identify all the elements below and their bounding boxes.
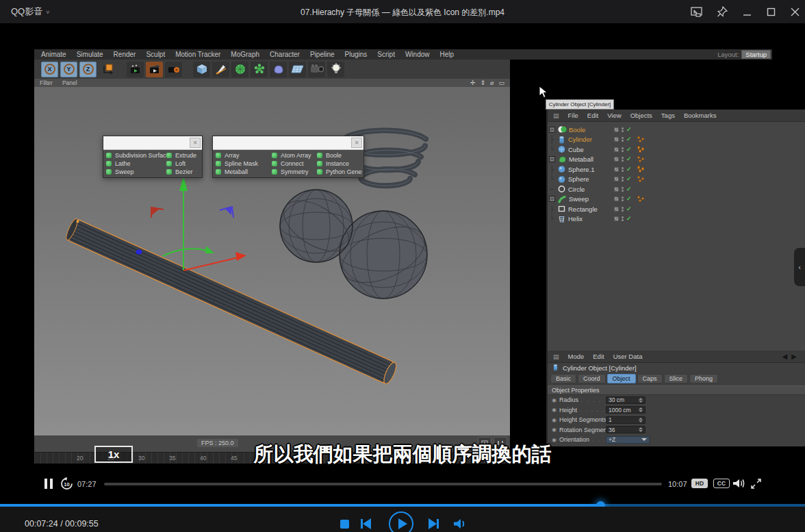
app-menu-button[interactable]: QQ影音˅ (11, 5, 50, 18)
history-forward-icon[interactable]: ▶ (791, 353, 801, 360)
tree-row-rectangle[interactable]: ├ Rectangle ✓ (548, 204, 805, 214)
height-input[interactable]: 1000 cm (606, 406, 646, 414)
tab-coord[interactable]: Coord (578, 374, 606, 383)
enabled-check-icon[interactable]: ✓ (626, 196, 632, 202)
palette-item[interactable]: Extrude (166, 152, 201, 159)
c4d-menu-item[interactable]: Script (377, 51, 395, 58)
tab-caps[interactable]: Caps (637, 374, 663, 383)
collapse-icon[interactable]: − (549, 156, 555, 162)
enabled-check-icon[interactable]: ✓ (626, 127, 632, 133)
layer-chip[interactable] (614, 167, 619, 172)
visibility-dots[interactable] (622, 197, 624, 201)
pause-icon[interactable] (44, 479, 53, 489)
key-circle-icon[interactable]: ◉ (552, 427, 557, 433)
enabled-check-icon[interactable]: ✓ (626, 206, 632, 212)
deformer-tool-icon[interactable] (270, 62, 287, 77)
palette-item[interactable]: Sweep (106, 168, 166, 175)
palette-item[interactable]: Boole (317, 152, 362, 159)
c4d-menu-item[interactable]: Character (270, 51, 300, 58)
radius-input[interactable]: 30 cm (606, 396, 646, 404)
tree-row-metaball[interactable]: − Metaball ✓ (548, 155, 805, 164)
palette-item[interactable]: Metaball (216, 168, 272, 175)
replay-10-icon[interactable]: 10 (60, 477, 74, 494)
render-active-icon[interactable] (146, 62, 163, 77)
layer-chip[interactable] (614, 216, 619, 221)
palette-titlebar[interactable]: ✕ (103, 136, 202, 150)
visibility-dots[interactable] (622, 207, 624, 212)
tag-icons[interactable] (637, 176, 647, 183)
am-menu-edit[interactable]: Edit (593, 353, 604, 360)
enabled-check-icon[interactable]: ✓ (626, 136, 632, 142)
om-menu-tags[interactable]: Tags (661, 112, 675, 119)
c4d-menu-item[interactable]: Plugins (345, 51, 368, 58)
tab-object[interactable]: Object (607, 374, 636, 383)
layer-chip[interactable] (614, 197, 619, 201)
palette-item[interactable]: Spline Mask (216, 160, 272, 167)
om-menu-edit[interactable]: Edit (587, 112, 598, 119)
visibility-dots[interactable] (622, 177, 624, 181)
pen-tool-icon[interactable] (212, 62, 229, 77)
layer-chip[interactable] (614, 147, 619, 152)
visibility-dots[interactable] (622, 187, 624, 192)
subdivision-surface-tool-icon[interactable] (231, 62, 248, 77)
viewport-menu-filter[interactable]: Filter (40, 79, 53, 86)
enabled-check-icon[interactable]: ✓ (626, 176, 632, 182)
pin-icon[interactable] (717, 6, 728, 17)
palette-titlebar[interactable]: ✕ (213, 136, 363, 150)
c4d-menu-item[interactable]: Window (405, 51, 430, 58)
am-menu-userdata[interactable]: User Data (613, 353, 643, 360)
volume-icon[interactable] (453, 518, 468, 532)
history-back-icon[interactable]: ◀ (782, 353, 792, 360)
visibility-dots[interactable] (622, 127, 624, 132)
playlist-toggle-tab[interactable]: ‹ (794, 248, 805, 286)
enabled-check-icon[interactable]: ✓ (626, 166, 632, 173)
tree-row-helix[interactable]: └ Helix ✓ (548, 214, 805, 224)
tree-row-sphere1[interactable]: ├ Sphere.1 ✓ (548, 164, 805, 174)
floor-grid-tool-icon[interactable] (289, 62, 306, 77)
palette-item[interactable]: Loft (166, 160, 201, 167)
visibility-dots[interactable] (622, 157, 624, 162)
visibility-dots[interactable] (622, 216, 624, 221)
c4d-menu-item[interactable]: Pipeline (310, 51, 335, 58)
enabled-check-icon[interactable]: ✓ (626, 216, 632, 222)
palette-item[interactable]: Symmetry (272, 168, 317, 175)
mograph-tool-icon[interactable] (251, 62, 268, 77)
c4d-menu-item[interactable]: Render (114, 51, 136, 58)
close-icon[interactable]: ✕ (351, 138, 362, 148)
om-menu-file[interactable]: File (568, 112, 578, 119)
panel-menu-icon[interactable]: ▤ (553, 353, 559, 360)
palette-item[interactable]: Lathe (106, 160, 166, 167)
layer-chip[interactable] (614, 207, 619, 212)
key-circle-icon[interactable]: ◉ (552, 397, 557, 403)
palette-item[interactable]: Python Generator (317, 168, 362, 175)
layer-chip[interactable] (614, 137, 619, 142)
close-icon[interactable] (791, 8, 800, 16)
render-view-icon[interactable] (127, 62, 144, 77)
maximize-icon[interactable] (767, 8, 776, 16)
cc-badge[interactable]: CC (713, 479, 730, 488)
enabled-check-icon[interactable]: ✓ (626, 156, 632, 162)
palette-item[interactable]: Bezier (166, 168, 201, 175)
tab-basic[interactable]: Basic (550, 374, 576, 383)
palette-item[interactable]: Instance (317, 160, 362, 167)
viewport-pan-icon[interactable]: ✛ (470, 79, 476, 86)
minimize-icon[interactable] (743, 8, 752, 16)
tag-icons[interactable] (637, 196, 647, 203)
layer-chip[interactable] (614, 187, 619, 192)
tree-row-circle[interactable]: ─ Circle ✓ (548, 184, 805, 194)
collapse-icon[interactable]: − (549, 196, 555, 202)
stop-button[interactable] (340, 520, 349, 529)
am-menu-mode[interactable]: Mode (568, 353, 585, 360)
tag-icons[interactable] (637, 136, 647, 143)
key-circle-icon[interactable]: ◉ (552, 407, 557, 413)
play-button[interactable] (389, 511, 413, 532)
viewport-menu-panel[interactable]: Panel (62, 79, 77, 86)
tag-icons[interactable] (637, 146, 647, 153)
c4d-menu-item[interactable]: Motion Tracker (175, 51, 220, 58)
tree-row-sweep[interactable]: − Sweep ✓ (548, 194, 805, 204)
close-icon[interactable]: ✕ (190, 138, 201, 148)
tab-slice[interactable]: Slice (664, 374, 689, 383)
viewport-rotate-icon[interactable]: ⌀ (490, 79, 494, 86)
x-axis-button[interactable]: X (41, 62, 58, 77)
palette-item[interactable]: Array (216, 152, 272, 159)
